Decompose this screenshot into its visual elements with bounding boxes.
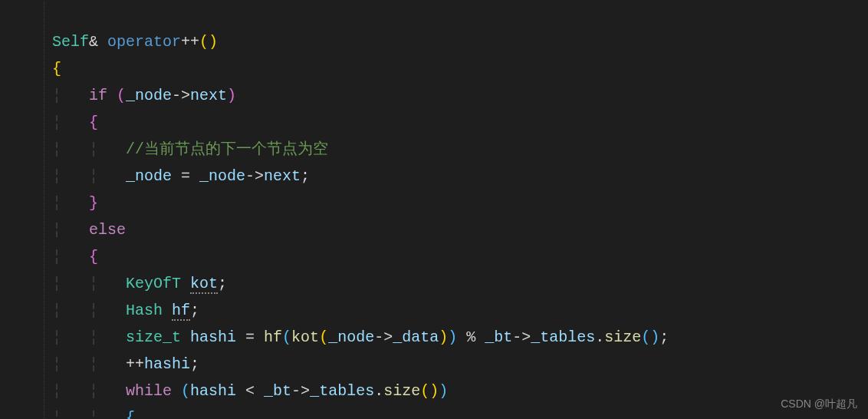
code-line: ¦ ¦ _node = _node->next; — [52, 167, 310, 185]
code-line: ¦ ¦ KeyOfT kot; — [52, 275, 227, 294]
code-line: ¦ { — [52, 248, 98, 266]
code-line: ¦ ¦ while (hashi < _bt->_tables.size()) — [52, 382, 448, 400]
code-line: ¦ if (_node->next) — [52, 87, 236, 104]
code-line: ¦ ¦ ++hashi; — [52, 355, 199, 373]
code-line: ¦ { — [52, 114, 98, 131]
gutter — [8, 2, 44, 419]
code-line: Self& operator++() — [52, 33, 218, 51]
code-content: Self& operator++() { ¦ if (_node->next) … — [44, 2, 669, 419]
code-line: ¦ ¦ size_t hashi = hf(kot(_node->_data))… — [52, 328, 669, 346]
code-line: ¦ ¦ //当前节点的下一个节点为空 — [52, 140, 328, 158]
code-line: ¦ ¦ { — [52, 409, 135, 419]
code-line: ¦ } — [52, 194, 98, 212]
code-line: ¦ ¦ Hash hf; — [52, 302, 199, 321]
watermark: CSDN @叶超凡 — [781, 394, 857, 414]
code-line: { — [52, 60, 61, 78]
code-editor: Self& operator++() { ¦ if (_node->next) … — [0, 0, 868, 419]
code-line: ¦ else — [52, 221, 126, 239]
